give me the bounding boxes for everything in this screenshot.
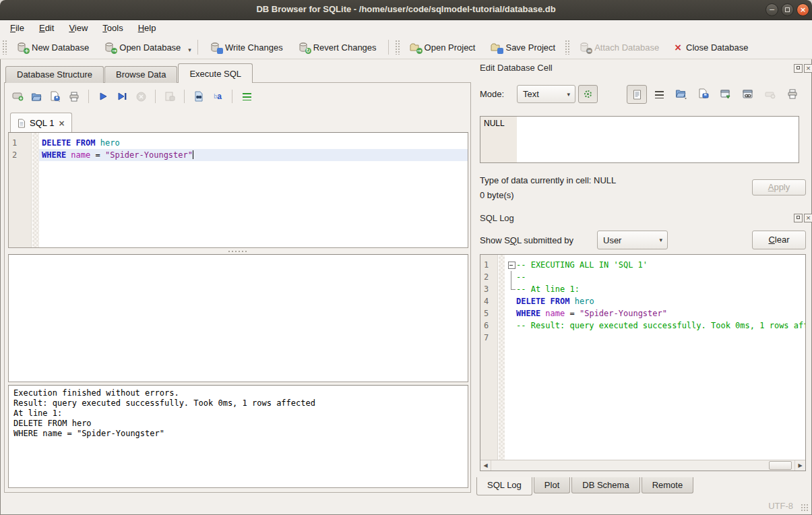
scroll-left-icon[interactable]: ◀: [480, 460, 491, 471]
editor-lines: 1DELETE FROM hero2WHERE name = "Spider-Y…: [9, 133, 468, 161]
save-project-icon: [490, 42, 501, 53]
menu-help[interactable]: Help: [131, 22, 164, 34]
sql-toolbar-separator: [184, 90, 185, 103]
auto-apply-gear-icon: [584, 90, 592, 98]
attach-database-button: ∞ Attach Database: [571, 39, 666, 55]
format-sql-icon[interactable]: [241, 90, 253, 102]
main-toolbar: + New Database → Open Database ▾ Write C…: [0, 36, 812, 59]
toolbar-grip[interactable]: [2, 40, 7, 55]
execute-line-icon[interactable]: [116, 90, 128, 102]
code-line: 1-- EXECUTING ALL IN 'SQL 1': [480, 259, 805, 271]
execute-sql-panel: ba SQL 1 × 1DELETE FROM hero2WHERE name …: [4, 82, 471, 493]
editor-splitter-handle[interactable]: [5, 249, 470, 253]
tab-db-schema[interactable]: DB Schema: [571, 477, 639, 493]
tab-sql-log[interactable]: SQL Log: [476, 477, 532, 495]
cell-value-editor[interactable]: NULL: [480, 116, 799, 163]
sql1-tab[interactable]: SQL 1 ×: [10, 113, 72, 133]
fold-marker-icon: [507, 283, 516, 295]
menu-tools[interactable]: Tools: [95, 22, 130, 34]
toolbar-separator: [388, 40, 389, 55]
clear-log-button[interactable]: Clear: [752, 231, 806, 249]
execution-message-pane[interactable]: Execution finished without errors.Result…: [8, 385, 468, 488]
toolbar-grip[interactable]: [565, 40, 569, 55]
open-project-button[interactable]: → Open Project: [402, 39, 483, 55]
save-sql-file-icon[interactable]: [49, 90, 61, 102]
tab-plot[interactable]: Plot: [534, 477, 570, 493]
minimize-button[interactable]: −: [766, 3, 778, 16]
open-database-button[interactable]: → Open Database: [96, 39, 188, 55]
import-cell-data-icon[interactable]: [675, 87, 688, 100]
message-line: Result: query executed successfully. Too…: [13, 398, 463, 408]
close-button[interactable]: ×: [797, 3, 809, 16]
open-in-external-app-icon[interactable]: [719, 88, 732, 101]
toolbar-separator: [197, 40, 198, 55]
encoding-indicator: UTF-8: [768, 501, 793, 511]
edit-cell-float-button[interactable]: [794, 64, 803, 73]
maximize-icon: [785, 7, 790, 12]
log-lines: 1-- EXECUTING ALL IN 'SQL 1'2--3-- At li…: [480, 255, 805, 344]
find-icon[interactable]: [193, 90, 205, 102]
tab-remote[interactable]: Remote: [642, 477, 694, 493]
close-sql1-tab-icon[interactable]: ×: [58, 119, 65, 128]
cell-value: NULL: [484, 119, 505, 128]
scrollbar-thumb[interactable]: [769, 461, 792, 470]
copy-url-icon[interactable]: [741, 88, 755, 101]
write-changes-icon: [210, 42, 221, 53]
word-wrap-icon[interactable]: [652, 88, 666, 101]
open-sql-file-icon[interactable]: [30, 90, 42, 102]
sql-log-view[interactable]: 1-- EXECUTING ALL IN 'SQL 1'2--3-- At li…: [480, 254, 806, 471]
new-database-button[interactable]: + New Database: [9, 39, 96, 55]
toolbar-grip[interactable]: [395, 40, 400, 55]
text-caret: [193, 150, 193, 159]
open-database-dropdown[interactable]: ▾: [188, 41, 193, 53]
replace-icon[interactable]: ba: [212, 90, 224, 102]
revert-changes-icon: ↻: [298, 42, 309, 53]
float-icon: [797, 216, 800, 219]
print-cell-icon[interactable]: [786, 87, 799, 100]
primary-tabbar: Database Structure Browse Data Execute S…: [5, 63, 253, 83]
sql-log-filter-combobox[interactable]: User ▾: [597, 231, 668, 249]
tab-database-structure[interactable]: Database Structure: [5, 66, 104, 83]
execute-all-icon[interactable]: [97, 90, 109, 102]
menu-file[interactable]: File: [3, 22, 32, 34]
dock-tabbar: SQL Log Plot DB Schema Remote: [476, 477, 693, 495]
edit-cell-close-button[interactable]: ×: [804, 64, 812, 73]
mode-combobox[interactable]: Text ▾: [517, 85, 575, 103]
sql-log-close-button[interactable]: ×: [804, 214, 812, 222]
revert-changes-button[interactable]: ↻ Revert Changes: [290, 39, 384, 55]
code-line: 4DELETE FROM hero: [480, 295, 805, 307]
write-changes-button[interactable]: Write Changes: [202, 39, 290, 55]
message-line: At line 1:: [13, 408, 463, 419]
fold-marker-icon[interactable]: [507, 259, 516, 271]
menu-edit[interactable]: Edit: [32, 22, 61, 34]
tab-browse-data[interactable]: Browse Data: [104, 66, 177, 83]
print-sql-icon[interactable]: [68, 90, 80, 102]
new-sql-tab-icon[interactable]: [11, 90, 24, 102]
scroll-right-icon[interactable]: ▶: [794, 460, 805, 471]
tab-execute-sql[interactable]: Execute SQL: [178, 63, 253, 83]
results-grid[interactable]: [8, 254, 468, 382]
save-results-icon: [164, 90, 176, 102]
fold-spacer: [507, 332, 516, 344]
message-line: WHERE name = "Spider-Youngster": [13, 429, 463, 439]
export-cell-data-icon[interactable]: [697, 87, 710, 100]
text-mode-button[interactable]: [627, 85, 647, 104]
auto-apply-button[interactable]: [578, 85, 598, 103]
save-project-button[interactable]: Save Project: [482, 39, 563, 55]
sql-toolbar-separator: [232, 90, 232, 103]
sql-editor[interactable]: 1DELETE FROM hero2WHERE name = "Spider-Y…: [8, 132, 468, 248]
code-line: 2WHERE name = "Spider-Youngster": [9, 149, 468, 161]
menu-view[interactable]: View: [61, 22, 95, 34]
menubar: File Edit View Tools Help: [0, 20, 812, 36]
close-database-button[interactable]: × Close Database: [666, 39, 755, 55]
open-database-icon: →: [104, 42, 115, 53]
resize-grip[interactable]: [801, 504, 809, 512]
fold-spacer: [507, 320, 516, 332]
maximize-button[interactable]: [781, 3, 794, 16]
log-horizontal-scrollbar[interactable]: ◀ ▶: [480, 460, 805, 471]
sql-log-float-button[interactable]: [794, 214, 803, 222]
statusbar: UTF-8: [0, 495, 812, 515]
edit-cell-title: Edit Database Cell: [480, 63, 553, 73]
apply-button: Apply: [752, 179, 806, 195]
code-line: 3-- At line 1:: [480, 283, 805, 295]
